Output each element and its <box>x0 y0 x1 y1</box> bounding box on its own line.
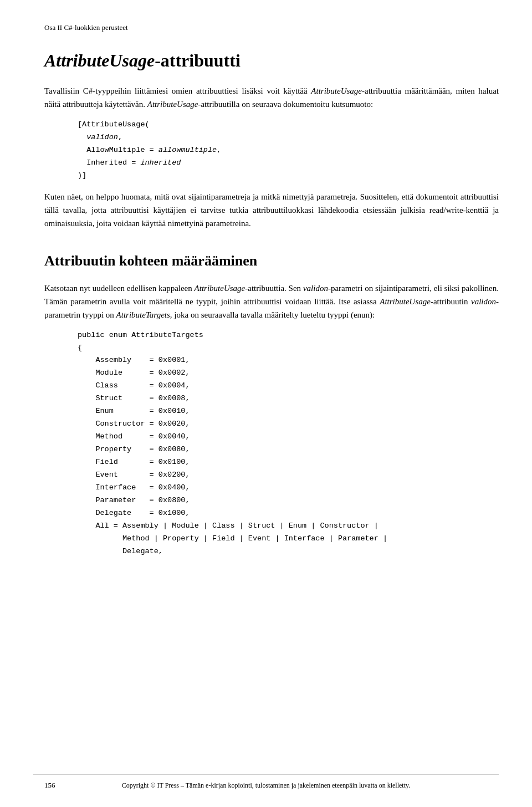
p3-italic: AttributeUsage <box>195 284 245 293</box>
paragraph-3: Katsotaan nyt uudelleen edellisen kappal… <box>44 282 499 321</box>
p1-text: Tavallisiin C#-tyyppeihin liittämiesi om… <box>44 86 311 95</box>
p3-italic4: validon <box>471 297 496 306</box>
p3-italic3: AttributeUsage <box>380 297 431 306</box>
paragraph-1: Tavallisiin C#-tyyppeihin liittämiesi om… <box>44 84 499 111</box>
code-block-2: public enum AttributeTargets { Assembly … <box>78 329 499 558</box>
p3-cont: -attribuuttia. Sen <box>245 284 303 293</box>
page-container: Osa II C#-luokkien perusteet AttributeUs… <box>0 0 532 807</box>
p3-italic2: validon <box>303 284 328 293</box>
section-title: Attribuutin kohteen määrääminen <box>44 250 499 272</box>
footer-copyright: Copyright © IT Press – Tämän e-kirjan ko… <box>122 782 410 789</box>
header-left: Osa II C#-luokkien perusteet <box>44 22 128 33</box>
paragraph-2: Kuten näet, on helppo huomata, mitä ovat… <box>44 190 499 230</box>
p3-italic5: AttributeTargets <box>116 310 170 319</box>
chapter-title-italic: AttributeUsage <box>44 50 155 70</box>
p3-start: Katsotaan nyt uudelleen edellisen kappal… <box>44 284 195 293</box>
header-bar: Osa II C#-luokkien perusteet <box>44 22 499 33</box>
p1-italic2: AttributeUsage <box>147 100 198 109</box>
p1-cont2: -attribuutilla on seuraava dokumentoitu … <box>198 100 373 109</box>
code-block-1: [AttributeUsage( validon, AllowMultiple … <box>78 119 499 182</box>
p3-cont5: , joka on seuraavalla tavalla määritelty… <box>170 310 375 319</box>
p1-italic: AttributeUsage <box>311 86 362 95</box>
footer: Copyright © IT Press – Tämän e-kirjan ko… <box>33 774 499 790</box>
p3-cont3: -attribuutin <box>431 297 471 306</box>
chapter-title: AttributeUsage-attribuutti <box>44 50 499 71</box>
chapter-title-normal: -attribuutti <box>155 50 241 70</box>
